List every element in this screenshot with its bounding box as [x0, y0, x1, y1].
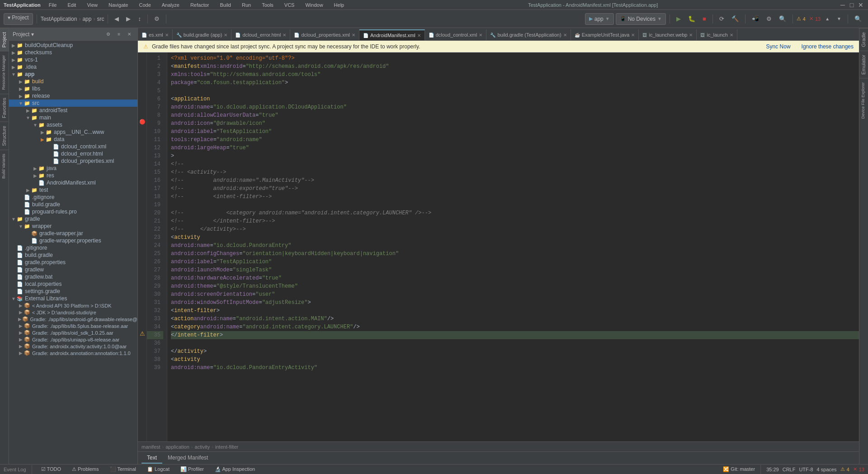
settings-button[interactable]: ⚙: [151, 13, 162, 25]
side-tab-favorites[interactable]: Favorites: [0, 94, 9, 122]
breadcrumb-tesapp[interactable]: TestApplication: [41, 16, 77, 22]
tree-item-build-gradle-root[interactable]: ▶ 📄 build.gradle: [9, 251, 137, 259]
debug-button[interactable]: 🐛: [685, 13, 698, 25]
tree-item-gradle-5plus[interactable]: ▶ 📦 Gradle: ./app/libs/lib.5plus.base-re…: [9, 322, 137, 329]
avd-button[interactable]: 📲: [749, 13, 762, 25]
sync-now-button[interactable]: Sync Now: [766, 43, 791, 50]
tree-item-checksums[interactable]: ▶ 📁 checksums: [9, 49, 137, 56]
menu-refactor[interactable]: Refactor: [188, 1, 212, 9]
run-button[interactable]: ▶: [674, 13, 684, 25]
tab-close-ic-launcher-webp[interactable]: ✕: [689, 33, 693, 38]
tab-build-gradle-test[interactable]: 🔧 build.gradle (TestApplication) ✕: [486, 29, 571, 40]
tab-close-ic-launch[interactable]: ✕: [730, 33, 733, 38]
tab-close-dcloud-props[interactable]: ✕: [352, 33, 355, 38]
tab-close-android-manifest[interactable]: ✕: [417, 33, 421, 38]
tab-android-manifest[interactable]: 📄 AndroidManifest.xml ✕: [359, 29, 425, 40]
tree-item-dcloud-control-xml[interactable]: ▶ 📄 dcloud_control.xml: [9, 143, 137, 150]
tree-item-vcs1[interactable]: ▶ 📁 vcs-1: [9, 56, 137, 63]
menu-run[interactable]: Run: [239, 1, 254, 9]
tab-ic-launcher-webp[interactable]: 🖼 ic_launcher.webp ✕: [639, 29, 697, 40]
tab-example-unit-test[interactable]: ☕ ExampleUnitTest.java ✕: [571, 29, 639, 40]
tab-ic-launch[interactable]: 🖼 ic_launch ✕: [697, 29, 737, 40]
side-tab-resource[interactable]: Resource Manager: [0, 51, 9, 94]
tree-item-gitignore-root[interactable]: ▶ 📄 .gitignore: [9, 244, 137, 251]
tree-item-proguard[interactable]: ▶ 📄 proguard-rules.pro: [9, 208, 137, 215]
run-configuration[interactable]: ▶ app ▼: [585, 13, 614, 25]
tree-item-main[interactable]: ▼ 📁 main: [9, 114, 137, 121]
side-tab-structure[interactable]: Structure: [0, 122, 9, 150]
sync-button[interactable]: ⟳: [717, 13, 727, 25]
side-tab-build-variants[interactable]: Build Variants: [0, 150, 9, 182]
error-indicator[interactable]: ✕ 13: [809, 16, 821, 22]
tab-close-dcloud-control[interactable]: ✕: [479, 33, 482, 38]
tree-item-android-api30[interactable]: ▶ 📦 < Android API 30 Platform > D:\SDK: [9, 302, 137, 309]
tree-item-dcloud-props-xml[interactable]: ▶ 📄 dcloud_properties.xml: [9, 157, 137, 165]
tree-item-local-props[interactable]: ▶ 📄 local.properties: [9, 280, 137, 288]
device-selector[interactable]: 📱 No Devices ▼: [616, 13, 666, 25]
tree-item-libs[interactable]: ▶ 📁 libs: [9, 85, 137, 92]
bottom-tab-problems[interactable]: ⚠ Problems: [68, 465, 103, 473]
tree-item-apps-uni[interactable]: ▶ 📁 apps__UNI_C...www: [9, 128, 137, 136]
menu-build[interactable]: Build: [217, 1, 234, 9]
bottom-tab-todo[interactable]: ☑ TODO: [38, 465, 65, 473]
tree-item-idea[interactable]: ▶ 📁 .idea: [9, 63, 137, 71]
gradle-button[interactable]: 🔨: [729, 13, 741, 25]
status-crlf[interactable]: CRLF: [783, 467, 796, 472]
status-encoding[interactable]: UTF-8: [799, 467, 813, 472]
tree-item-gradle-wrapper-jar[interactable]: ▶ 📦 gradle-wrapper.jar: [9, 230, 137, 237]
tree-item-wrapper[interactable]: ▼ 📁 wrapper: [9, 223, 137, 230]
tab-build-gradle-app[interactable]: 🔧 build.gradle (app) ✕: [173, 29, 232, 40]
bottom-tab-app-inspection[interactable]: 🔬 App Inspection: [211, 465, 259, 473]
recent-files-button[interactable]: ↕: [135, 13, 144, 25]
tab-dcloud-error[interactable]: 📄 dcloud_error.html ✕: [231, 29, 290, 40]
project-settings[interactable]: ⚙: [104, 30, 113, 39]
menu-help[interactable]: Help: [331, 1, 347, 9]
menu-file[interactable]: File: [46, 1, 60, 9]
back-button[interactable]: ◀: [112, 13, 122, 25]
editor-tab-merged-manifest[interactable]: Merged Manifest: [162, 453, 213, 464]
breadcrumb-manifest[interactable]: manifest: [142, 444, 160, 450]
code-content[interactable]: <?xml version="1.0" encoding="utf-8"?> <…: [167, 52, 859, 441]
side-tab-project[interactable]: Project: [0, 28, 9, 51]
breadcrumb-activity[interactable]: activity: [195, 444, 210, 450]
bottom-tab-terminal[interactable]: ⬛ Terminal: [106, 465, 140, 473]
status-indent[interactable]: 4 spaces: [817, 467, 837, 472]
tab-close-dcloud-error[interactable]: ✕: [283, 33, 286, 38]
tree-item-androidmanifest[interactable]: ▶ 📄 AndroidManifest.xml: [9, 179, 137, 186]
tree-item-external-libs[interactable]: ▼ 📚 External Libraries: [9, 295, 137, 302]
menu-code[interactable]: Code: [136, 1, 153, 9]
warning-indicator[interactable]: ⚠ 4: [797, 16, 806, 22]
tab-close-example-unit-test[interactable]: ✕: [631, 33, 635, 38]
tree-item-build[interactable]: ▶ 📁 build: [9, 78, 137, 85]
tree-item-gitignore-app[interactable]: ▶ 📄 .gitignore: [9, 194, 137, 201]
layout-inspector[interactable]: 🔍: [776, 13, 789, 25]
tree-item-res[interactable]: ▶ 📁 res: [9, 172, 137, 179]
code-editor[interactable]: 🔴: [138, 52, 859, 441]
maximize-button[interactable]: □: [848, 1, 855, 9]
tree-item-gradlew-bat[interactable]: ▶ 📄 gradlew.bat: [9, 273, 137, 280]
editor-tab-text[interactable]: Text: [142, 453, 162, 464]
tree-item-release[interactable]: ▶ 📁 release: [9, 92, 137, 100]
tree-item-gradle[interactable]: ▼ 📁 gradle: [9, 215, 137, 223]
tree-item-src[interactable]: ▼ 📁 src: [9, 100, 137, 107]
tree-item-gradle-oid[interactable]: ▶ 📦 Gradle: ./app/libs/oid_sdk_1.0.25.aa…: [9, 329, 137, 336]
tree-item-gradle-uniapp[interactable]: ▶ 📦 Gradle: ./app/libs/uniapp-v8-release…: [9, 336, 137, 343]
close-button[interactable]: ✕: [857, 1, 864, 9]
side-tab-gradle[interactable]: Gradle: [859, 28, 868, 51]
project-close[interactable]: ✕: [125, 30, 134, 39]
collapse-warnings[interactable]: ▼: [834, 13, 844, 25]
breadcrumb-application[interactable]: application: [165, 444, 189, 450]
menu-vcs[interactable]: VCS: [282, 1, 297, 9]
tree-item-data[interactable]: ▶ 📁 data: [9, 136, 137, 143]
tree-item-gradle-props[interactable]: ▶ 📄 gradle.properties: [9, 259, 137, 266]
tree-item-test[interactable]: ▶ 📁 test: [9, 186, 137, 194]
menu-window[interactable]: Window: [302, 1, 326, 9]
tree-item-buildoutput[interactable]: ▶ 📁 buildOutputCleanup: [9, 42, 137, 49]
tree-item-jdk[interactable]: ▶ 📦 < JDK > D:\android-studio\jre: [9, 309, 137, 316]
tree-item-app[interactable]: ▼ 📁 app: [9, 71, 137, 78]
tree-item-build-gradle-app[interactable]: ▶ 📄 build.gradle: [9, 201, 137, 208]
breadcrumb-app[interactable]: app: [82, 16, 91, 22]
tab-close-build-gradle-test[interactable]: ✕: [563, 33, 567, 38]
side-tab-emulator[interactable]: Emulator: [859, 51, 868, 78]
ignore-changes-button[interactable]: Ignore these changes: [802, 43, 854, 50]
